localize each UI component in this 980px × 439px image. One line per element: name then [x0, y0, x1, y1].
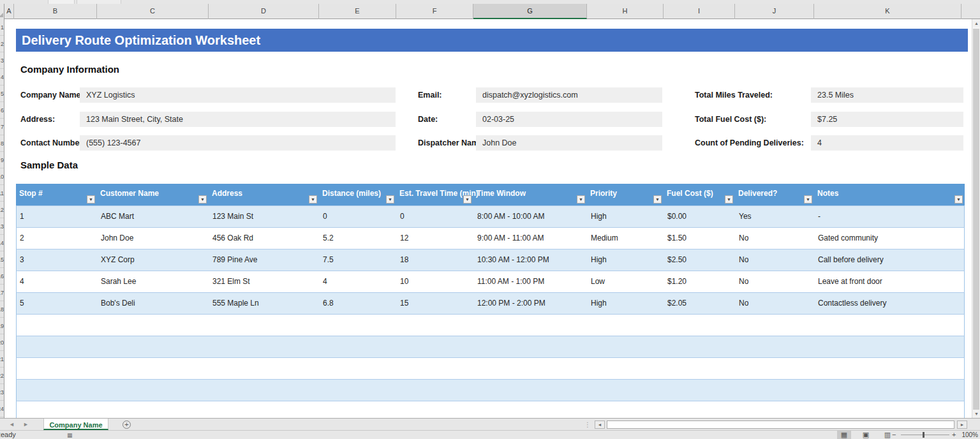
table-cell[interactable]: 456 Oak Rd: [209, 228, 320, 249]
table-cell[interactable]: 4: [17, 271, 98, 292]
table-cell[interactable]: $2.50: [664, 249, 736, 271]
row-header-19[interactable]: 19: [0, 318, 4, 334]
table-cell[interactable]: Sarah Lee: [98, 271, 209, 292]
table-cell[interactable]: 3: [17, 249, 98, 271]
field-value-col3-2[interactable]: 4: [811, 135, 963, 151]
hscroll-left-icon[interactable]: ◄: [595, 420, 605, 429]
table-cell[interactable]: 10: [397, 271, 474, 292]
row-header-11[interactable]: 11: [0, 185, 4, 202]
table-cell[interactable]: 5: [17, 293, 98, 314]
row-header-10[interactable]: 10: [0, 168, 4, 185]
table-cell[interactable]: -: [815, 206, 965, 227]
field-value-col2-2[interactable]: John Doe: [476, 135, 662, 151]
table-cell[interactable]: Call before delivery: [815, 249, 965, 271]
table-cell[interactable]: 0: [397, 206, 474, 227]
table-cell[interactable]: 0: [320, 206, 397, 227]
row-header-16[interactable]: 16: [0, 268, 4, 285]
row-header-2[interactable]: 2: [0, 36, 4, 52]
row-header-20[interactable]: 20: [0, 334, 4, 351]
deliveries-table[interactable]: Stop #▼Customer Name▼Address▼Distance (m…: [16, 184, 965, 418]
filter-dropdown-icon[interactable]: ▼: [577, 195, 585, 204]
vertical-scrollbar-thumb[interactable]: [973, 29, 979, 412]
row-header-15[interactable]: 15: [0, 251, 4, 268]
table-row[interactable]: 5Bob's Deli555 Maple Ln6.81512:00 PM - 2…: [16, 292, 965, 314]
table-cell[interactable]: No: [736, 271, 815, 292]
table-empty-row[interactable]: [16, 314, 965, 336]
filter-dropdown-icon[interactable]: ▼: [653, 195, 662, 204]
table-empty-row[interactable]: [16, 401, 965, 418]
row-header-14[interactable]: 14: [0, 235, 4, 251]
table-cell[interactable]: 5.2: [320, 228, 397, 249]
zoom-out-button[interactable]: −: [892, 431, 896, 438]
table-empty-row[interactable]: [16, 357, 965, 379]
table-cell[interactable]: 15: [397, 293, 474, 314]
filter-dropdown-icon[interactable]: ▼: [386, 195, 394, 204]
scroll-up-icon[interactable]: ▲: [972, 19, 980, 27]
row-header-3[interactable]: 3: [0, 52, 4, 69]
column-header-F[interactable]: F: [396, 4, 473, 19]
table-cell[interactable]: XYZ Corp: [98, 249, 209, 271]
row-header-9[interactable]: 9: [0, 152, 4, 168]
table-row[interactable]: 1ABC Mart123 Main St008:00 AM - 10:00 AM…: [16, 205, 965, 227]
table-cell[interactable]: 6.8: [320, 293, 397, 314]
row-header-13[interactable]: 13: [0, 218, 4, 235]
view-normal-icon[interactable]: ▦: [837, 431, 851, 439]
row-header-21[interactable]: 21: [0, 351, 4, 368]
filter-dropdown-icon[interactable]: ▼: [309, 195, 317, 204]
table-cell[interactable]: 4: [320, 271, 397, 292]
next-sheet-icon[interactable]: ►: [23, 419, 29, 431]
filter-dropdown-icon[interactable]: ▼: [954, 195, 963, 204]
row-header-17[interactable]: 17: [0, 285, 4, 301]
table-cell[interactable]: ABC Mart: [98, 206, 209, 227]
zoom-in-button[interactable]: +: [952, 431, 956, 438]
row-header-8[interactable]: 8: [0, 135, 4, 152]
table-empty-row[interactable]: [16, 379, 965, 401]
column-header-C[interactable]: C: [97, 4, 209, 19]
row-headers[interactable]: 123456789101112131415161718192021222324: [0, 19, 4, 418]
table-cell[interactable]: Medium: [588, 228, 664, 249]
prev-sheet-icon[interactable]: ◄: [9, 419, 15, 431]
table-cell[interactable]: 789 Pine Ave: [209, 249, 320, 271]
table-cell[interactable]: $0.00: [664, 206, 736, 227]
row-header-18[interactable]: 18: [0, 301, 4, 318]
scroll-down-icon[interactable]: ▼: [972, 410, 980, 418]
filter-dropdown-icon[interactable]: ▼: [725, 195, 733, 204]
column-header-B[interactable]: B: [14, 4, 97, 19]
column-header-H[interactable]: H: [587, 4, 664, 19]
zoom-slider-thumb[interactable]: [923, 432, 924, 438]
macro-record-icon[interactable]: ▦: [67, 432, 73, 438]
table-cell[interactable]: 18: [397, 249, 474, 271]
column-header-E[interactable]: E: [319, 4, 396, 19]
table-cell[interactable]: 321 Elm St: [209, 271, 320, 292]
row-header-23[interactable]: 23: [0, 384, 4, 401]
table-cell[interactable]: John Doe: [98, 228, 209, 249]
row-header-12[interactable]: 12: [0, 202, 4, 218]
table-cell[interactable]: Low: [588, 271, 664, 292]
table-cell[interactable]: 555 Maple Ln: [209, 293, 320, 314]
table-cell[interactable]: High: [588, 206, 664, 227]
column-header-A[interactable]: A: [4, 4, 14, 19]
field-value-col2-0[interactable]: dispatch@xyzlogistics.com: [476, 87, 662, 103]
table-cell[interactable]: 9:00 AM - 11:00 AM: [474, 228, 588, 249]
row-header-22[interactable]: 22: [0, 368, 4, 384]
table-row[interactable]: 2John Doe456 Oak Rd5.2129:00 AM - 11:00 …: [16, 227, 965, 249]
table-cell[interactable]: 12:00 PM - 2:00 PM: [474, 293, 588, 314]
filter-dropdown-icon[interactable]: ▼: [198, 195, 207, 204]
table-cell[interactable]: Gated community: [815, 228, 965, 249]
field-value-col3-1[interactable]: $7.25: [811, 112, 963, 127]
table-cell[interactable]: High: [588, 249, 664, 271]
table-cell[interactable]: $2.05: [664, 293, 736, 314]
table-cell[interactable]: 2: [17, 228, 98, 249]
column-header-J[interactable]: J: [735, 4, 814, 19]
row-header-1[interactable]: 1: [0, 19, 4, 36]
horizontal-scrollbar-thumb[interactable]: [607, 420, 954, 429]
tabbar-drag-handle[interactable]: ⋮: [584, 419, 591, 430]
hscroll-right-icon[interactable]: ►: [957, 420, 967, 429]
table-cell[interactable]: 8:00 AM - 10:00 AM: [474, 206, 588, 227]
table-cell[interactable]: 1: [17, 206, 98, 227]
table-cell[interactable]: $1.20: [664, 271, 736, 292]
table-cell[interactable]: No: [736, 249, 815, 271]
field-value-col2-1[interactable]: 02-03-25: [476, 112, 662, 127]
table-cell[interactable]: Yes: [736, 206, 815, 227]
table-row[interactable]: 3XYZ Corp789 Pine Ave7.51810:30 AM - 12:…: [16, 249, 965, 271]
